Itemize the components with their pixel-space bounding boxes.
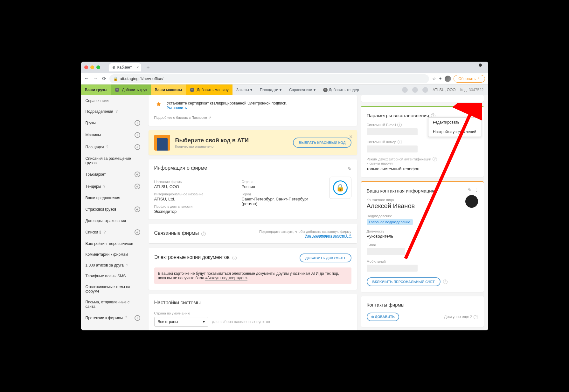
edit-icon[interactable]: ✎ (468, 187, 472, 193)
docs-title: Электронные копии документов (154, 254, 230, 260)
help-icon[interactable]: ? (232, 256, 237, 260)
sidebar-claims[interactable]: Претензии к фирмам ?+ (81, 312, 145, 324)
help-icon[interactable]: i (398, 140, 402, 144)
reload-icon[interactable]: ⟳ (102, 76, 106, 82)
window-controls (84, 65, 100, 69)
sidebar-atis[interactable]: 1 000 атисов за друга ? (81, 260, 145, 271)
notifications-icon[interactable] (402, 87, 408, 93)
name-label: Название фирмы (154, 180, 229, 184)
recovery-dropdown: Редактировать Настройки уведомлений (428, 117, 481, 137)
profile-avatar[interactable] (445, 76, 451, 82)
sidebar-offers[interactable]: Ваши предложения (81, 193, 145, 203)
menu-your-trucks[interactable]: Ваши машины (151, 84, 186, 95)
more-contacts-link[interactable]: Доступно еще 2 ? (402, 314, 478, 319)
extensions-icon[interactable]: ✦ (439, 76, 442, 81)
account-confirmed-link[interactable]: «Аккаунт подтвержден» (205, 276, 247, 280)
country-hint: для выбора населенных пунктов (212, 320, 270, 324)
add-document-button[interactable]: ДОБАВИТЬ ДОКУМЕНТ (300, 253, 351, 262)
sidebar-trucks[interactable]: Машины+ (81, 129, 145, 141)
sys-phone-label: Системный номер i (367, 140, 478, 144)
sidebar-cargo[interactable]: Грузы+ (81, 117, 145, 129)
star-icon[interactable]: ☆ (432, 76, 436, 81)
plus-icon[interactable]: + (135, 172, 140, 177)
help-icon[interactable]: ? (201, 232, 206, 236)
sidebar-comments[interactable]: Комментарии к фирмам (81, 249, 145, 260)
profile-black-dot[interactable] (479, 64, 482, 67)
chat-icon[interactable] (412, 87, 418, 93)
menu-add-cargo[interactable]: +Добавить груз (111, 84, 151, 95)
person-label: Контактное лицо (367, 198, 478, 202)
help-icon[interactable]: i (397, 123, 402, 127)
install-link[interactable]: Установить (167, 105, 187, 110)
confirm-account-link[interactable]: Как подтвердить аккаунт? ↗ (305, 233, 351, 238)
plus-icon[interactable]: + (135, 315, 140, 321)
menu-platforms[interactable]: Площадки ▾ (256, 84, 285, 95)
subdiv-label: Подразделение (367, 214, 478, 218)
close-window[interactable] (84, 65, 88, 69)
kebab-icon[interactable]: ⋮ (474, 112, 479, 118)
sidebar-insurance[interactable]: Страховки грузов+ (81, 203, 145, 215)
name-value: ATI.SU, ООО (154, 184, 229, 189)
plus-icon[interactable]: + (135, 132, 140, 138)
plus-icon[interactable]: + (135, 206, 140, 212)
sidebar-platforms[interactable]: Площадки ?+ (81, 141, 145, 153)
sidebar-sms[interactable]: Тарифные планы SMS (81, 271, 145, 281)
sidebar-letters[interactable]: Письма, отправленные с сайта (81, 297, 145, 312)
dropdown-notifications[interactable]: Настройки уведомлений (428, 127, 481, 137)
twofa-label: Режим двухфакторной аутентификации ? (367, 157, 478, 161)
help-icon[interactable]: ? (443, 280, 448, 284)
lock-icon: 🔒 (113, 77, 118, 81)
plus-icon[interactable]: + (135, 184, 140, 189)
menu-add-tender[interactable]: +Добавить тендер (319, 84, 363, 95)
update-chrome-button[interactable]: Обновить ⋮ (454, 75, 485, 83)
add-contact-button[interactable]: ⊕ ДОБАВИТЬ (367, 313, 399, 321)
role-value: Руководитель (367, 234, 478, 239)
browser-address-bar: ← → ⟳ 🔒 ati.staging-1/new-office/ ☆ ✦ Об… (81, 73, 488, 84)
menu-add-truck[interactable]: +Добавить машину (186, 84, 232, 95)
country-value: Россия (242, 184, 316, 189)
sidebar-lists[interactable]: Списки 3 ?+ (81, 226, 145, 238)
country-select[interactable]: Все страны▾ (154, 317, 208, 327)
main-content: Установите сертификат квалифицированной … (145, 95, 361, 330)
plus-icon[interactable]: + (135, 229, 140, 235)
docs-card: Электронные копии документов ? ДОБАВИТЬ … (149, 248, 357, 290)
sidebar-rating[interactable]: Ваш рейтинг перевозчиков (81, 238, 145, 249)
kebab-icon[interactable]: ⋮ (474, 187, 479, 193)
sidebar-tenders[interactable]: Тендеры ?+ (81, 180, 145, 193)
plus-icon[interactable]: + (135, 120, 140, 126)
email-label: E-mail (367, 243, 478, 247)
menu-directories[interactable]: Справочники ▾ (285, 84, 319, 95)
sidebar-forum[interactable]: Отслеживаемые темы на форуме (81, 281, 145, 297)
menu-your-cargo[interactable]: Ваши грузы (81, 84, 111, 95)
company-name[interactable]: ATI.SU, ООО (433, 88, 455, 92)
dropdown-edit[interactable]: Редактировать (428, 118, 481, 127)
sidebar-subdivisions[interactable]: Подразделения ? (81, 106, 145, 117)
chevron-down-icon: ▾ (203, 320, 205, 324)
city-value: Санкт-Петербург, Санкт-Петербург (регион… (242, 197, 316, 206)
chevron-down-icon: ▾ (280, 88, 281, 92)
app-top-menu: Ваши грузы +Добавить груз Ваши машины +Д… (81, 84, 488, 95)
sidebar-ins-contracts[interactable]: Договоры страхования (81, 215, 145, 226)
url-input[interactable]: 🔒 ati.staging-1/new-office/ (109, 74, 429, 83)
menu-orders[interactable]: Заказы ▾ (232, 84, 256, 95)
passport-link[interactable]: Подробнее о баллах в Паспорте ↗ (154, 116, 211, 120)
profile-label: Профиль деятельности (154, 205, 229, 208)
back-icon[interactable]: ← (84, 76, 89, 82)
personal-account-button[interactable]: ВКЛЮЧИТЬ ПЕРСОНАЛЬНЫЙ СЧЕТ (367, 277, 441, 286)
announce-icon[interactable] (422, 87, 428, 93)
browser-tab[interactable]: ⊕ Кабинет × (109, 63, 142, 71)
help-icon[interactable]: ? (433, 157, 437, 161)
new-tab-button[interactable]: + (144, 64, 152, 71)
forward-icon[interactable]: → (93, 76, 98, 82)
sidebar-charges[interactable]: Списания за размещение грузов (81, 153, 145, 168)
minimize-window[interactable] (90, 65, 94, 69)
promo-button[interactable]: ВЫБРАТЬ КРАСИВЫЙ КОД (293, 138, 351, 148)
sidebar-directories[interactable]: Справочники (81, 95, 145, 106)
maximize-window[interactable] (96, 65, 100, 69)
close-tab-icon[interactable]: × (136, 65, 139, 70)
subdiv-tag[interactable]: Головное подразделение (367, 219, 413, 225)
close-icon[interactable]: × (349, 133, 353, 140)
edit-icon[interactable]: ✎ (348, 166, 351, 171)
sidebar-truckmarket[interactable]: Тракмаркет+ (81, 168, 145, 180)
plus-icon[interactable]: + (135, 144, 140, 150)
